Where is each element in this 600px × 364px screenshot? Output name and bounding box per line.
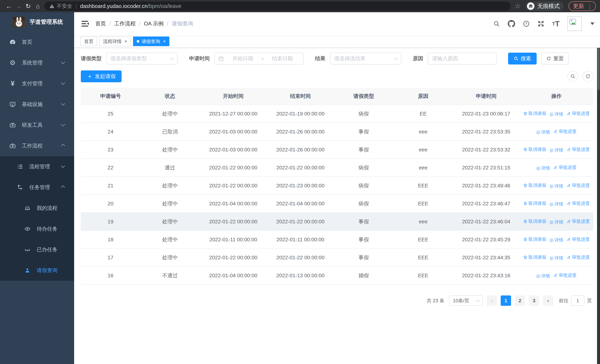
action-detail-link[interactable]: ◎详情 [550, 111, 563, 117]
reason-input[interactable] [428, 53, 497, 65]
action-detail-link[interactable]: ◎详情 [550, 219, 563, 225]
col-header-applied: 申请时间 [453, 93, 520, 100]
sidebar-item-my-process[interactable]: 我的流程 [0, 198, 74, 218]
sidebar-item-infrastructure[interactable]: 基础设施 [0, 94, 74, 115]
action-detail-link[interactable]: ◎详情 [536, 273, 550, 279]
action-progress-link[interactable]: 审批进度 [567, 182, 590, 188]
action-detail-link[interactable]: ◎详情 [550, 201, 563, 207]
page-content: 请假类型 请选择请假类型 申请时间 开始 [74, 48, 600, 364]
sidebar-item-payment-mgmt[interactable]: ¥ 支付管理 [0, 73, 74, 94]
cell-actions: 取消请假◎详情审批进度 [520, 200, 593, 207]
browser-menu-icon[interactable]: ⋮ [587, 3, 593, 9]
reset-button[interactable]: 重置 [541, 53, 569, 65]
action-label: 详情 [554, 111, 563, 117]
fullscreen-icon[interactable] [537, 20, 544, 27]
close-icon[interactable]: × [163, 39, 166, 44]
page-button-3[interactable]: 3 [529, 295, 539, 306]
sidebar-item-label: 支付管理 [22, 80, 43, 87]
browser-back-icon[interactable]: ← [4, 3, 14, 10]
cell-reason: EEE [394, 183, 453, 189]
font-size-icon[interactable]: TT [552, 20, 560, 28]
action-progress-link[interactable]: 审批进度 [553, 129, 576, 134]
sidebar-item-todo-tasks[interactable]: 待办任务 [0, 218, 74, 239]
sidebar-collapse-icon[interactable] [80, 19, 89, 28]
chrome-update-button[interactable]: 更新 ⋮ [569, 1, 596, 11]
action-detail-link[interactable]: ◎详情 [536, 165, 550, 171]
action-progress-link[interactable]: 审批进度 [567, 111, 590, 116]
sidebar-item-system-mgmt[interactable]: ⚙ 系统管理 [0, 52, 74, 73]
action-cancel-link[interactable]: 取消请假 [523, 146, 546, 152]
avatar-caret-icon[interactable] [590, 22, 594, 25]
action-progress-link[interactable]: 审批进度 [553, 272, 576, 278]
tab-home[interactable]: 首页 [80, 37, 97, 46]
action-label: 取消请假 [528, 218, 546, 224]
not-secure-indicator[interactable]: 不安全 [49, 3, 72, 10]
robot-face-icon [24, 205, 31, 211]
action-progress-link[interactable]: 审批进度 [553, 164, 576, 170]
action-detail-link[interactable]: ◎详情 [550, 147, 563, 153]
cell-reason: EEE [394, 201, 453, 207]
next-page-button[interactable]: › [543, 295, 553, 306]
leave-table: 申请编号 状态 开始时间 结束时间 请假类型 原因 申请时间 操作 25处理中2… [81, 88, 593, 285]
edit-icon [567, 201, 571, 205]
breadcrumb-workflow[interactable]: 工作流程 [114, 20, 136, 28]
sidebar-item-label: 研发工具 [22, 121, 43, 129]
page-button-1[interactable]: 1 [501, 295, 511, 306]
action-progress-link[interactable]: 审批进度 [567, 146, 590, 152]
chevron-down-icon [170, 56, 173, 60]
action-label: 取消请假 [528, 111, 546, 116]
action-cancel-link[interactable]: 取消请假 [523, 111, 546, 116]
leave-type-select[interactable]: 请选择请假类型 [106, 53, 178, 65]
action-progress-link[interactable]: 审批进度 [567, 200, 590, 206]
sidebar-item-dev-tools[interactable]: 研发工具 [0, 115, 74, 135]
action-detail-link[interactable]: ◎详情 [550, 255, 563, 261]
search-button[interactable]: 搜索 [508, 53, 537, 65]
action-detail-link[interactable]: ◎详情 [536, 129, 550, 135]
action-cancel-link[interactable]: 取消请假 [523, 218, 546, 224]
action-cancel-link[interactable]: 取消请假 [523, 182, 546, 188]
breadcrumb-oa-example[interactable]: OA 示例 [144, 20, 163, 28]
search-icon[interactable] [493, 20, 500, 27]
page-size-select[interactable]: 10条/页 [449, 295, 483, 306]
browser-home-icon[interactable]: ⌂ [33, 3, 43, 10]
action-cancel-link[interactable]: 取消请假 [523, 254, 546, 260]
date-range-picker[interactable]: 开始日期 - 结束日期 [214, 53, 303, 65]
sidebar-item-workflow[interactable]: 工作流程 [0, 135, 74, 156]
address-bar[interactable]: 不安全 dashboard.yudao.iocoder.cn/bpm/oa/le… [45, 1, 511, 11]
prev-page-button[interactable]: ‹ [487, 295, 497, 306]
table-row: 21处理中2022-01-22 00:00:002022-01-23 00:00… [81, 177, 593, 195]
page-button-2[interactable]: 2 [515, 295, 525, 306]
table-row: 20处理中2022-01-04 00:00:002022-01-04 00:00… [81, 195, 593, 213]
sidebar-item-task-mgmt[interactable]: 任务管理 [0, 177, 74, 198]
result-select[interactable]: 请选择流结果 [330, 53, 401, 65]
tab-leave-query[interactable]: 请假查询 × [133, 37, 169, 46]
action-detail-link[interactable]: ◎详情 [550, 183, 563, 189]
user-avatar[interactable] [567, 17, 582, 31]
help-icon[interactable]: ? [523, 20, 530, 27]
github-icon[interactable] [508, 20, 515, 28]
close-icon[interactable]: × [124, 39, 127, 44]
browser-scrollbar[interactable] [597, 12, 600, 364]
sidebar-item-process-mgmt[interactable]: 流程管理 [0, 156, 74, 177]
action-progress-link[interactable]: 审批进度 [567, 218, 590, 224]
refresh-table-button[interactable] [582, 71, 593, 82]
browser-reload-icon[interactable]: ↻ [23, 2, 33, 10]
action-progress-link[interactable]: 审批进度 [567, 254, 590, 260]
action-cancel-link[interactable]: 取消请假 [523, 236, 546, 242]
action-progress-link[interactable]: 审批进度 [567, 236, 590, 242]
hide-search-button[interactable] [567, 71, 578, 82]
action-detail-link[interactable]: ◎详情 [550, 237, 563, 243]
goto-page-input[interactable] [571, 295, 584, 306]
sidebar-item-leave-query[interactable]: 请假查询 [0, 260, 74, 281]
cell-start: 2022-01-22 00:00:00 [200, 219, 267, 225]
bookmark-star-icon[interactable]: ☆ [515, 2, 521, 10]
sidebar-item-home[interactable]: 首页 [0, 32, 74, 52]
breadcrumb-home[interactable]: 首页 [95, 20, 106, 28]
action-label: 详情 [554, 147, 563, 153]
browser-forward-icon[interactable]: → [14, 3, 23, 10]
table-row: 17处理中2022-01-22 00:00:002022-01-22 00:00… [81, 249, 593, 267]
sidebar-item-done-tasks[interactable]: 已办任务 [0, 239, 74, 260]
action-cancel-link[interactable]: 取消请假 [523, 200, 546, 206]
tab-process-detail[interactable]: 流程详情 × [99, 37, 131, 46]
create-leave-button[interactable]: ＋ 发起请假 [81, 70, 122, 82]
